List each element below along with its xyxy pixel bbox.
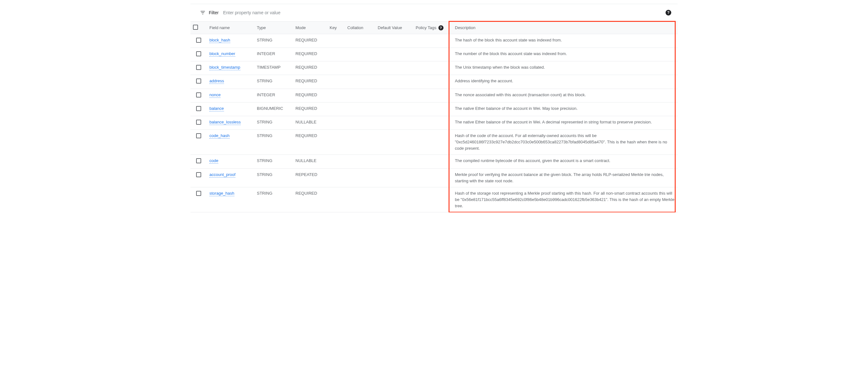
field-name-link[interactable]: block_hash xyxy=(209,38,230,43)
row-checkbox[interactable] xyxy=(196,158,201,163)
row-checkbox-cell xyxy=(190,34,207,48)
row-checkbox[interactable] xyxy=(196,65,201,70)
field-name-link[interactable]: account_proof xyxy=(209,172,235,178)
cell-policy-tags xyxy=(413,187,452,212)
help-icon[interactable]: ? xyxy=(438,25,443,30)
field-name-link[interactable]: code_hash xyxy=(209,133,230,139)
cell-key xyxy=(327,155,345,168)
cell-description: The nonce associated with this account (… xyxy=(452,89,678,102)
select-all-checkbox[interactable] xyxy=(193,25,198,30)
field-name-link[interactable]: address xyxy=(209,79,224,84)
cell-description: The Unix timestamp when the block was co… xyxy=(452,61,678,75)
field-name-link[interactable]: block_timestamp xyxy=(209,65,240,70)
cell-description: The compiled runtime bytecode of this ac… xyxy=(452,155,678,168)
row-checkbox[interactable] xyxy=(196,133,201,138)
help-icon[interactable]: ? xyxy=(665,10,671,16)
cell-description: Address identifying the account. xyxy=(452,75,678,89)
row-checkbox-cell xyxy=(190,102,207,116)
cell-key xyxy=(327,187,345,212)
cell-description: Merkle proof for verifying the account b… xyxy=(452,168,678,187)
cell-description: Hash of the storage root representing a … xyxy=(452,187,678,212)
cell-key xyxy=(327,116,345,129)
table-row: block_numberINTEGERREQUIREDThe number of… xyxy=(190,48,678,61)
field-name-link[interactable]: nonce xyxy=(209,92,220,98)
field-name-link[interactable]: block_number xyxy=(209,51,235,57)
cell-default xyxy=(375,34,413,48)
table-row: storage_hashSTRINGREQUIREDHash of the st… xyxy=(190,187,678,212)
header-policy-tags[interactable]: Policy Tags ? xyxy=(413,22,452,34)
table-row: balanceBIGNUMERICREQUIREDThe native Ethe… xyxy=(190,102,678,116)
table-row: balance_losslessSTRINGNULLABLEThe native… xyxy=(190,116,678,129)
row-checkbox[interactable] xyxy=(196,172,201,177)
row-checkbox[interactable] xyxy=(196,92,201,97)
header-key[interactable]: Key xyxy=(327,22,345,34)
cell-collation xyxy=(345,168,375,187)
row-checkbox-cell xyxy=(190,155,207,168)
cell-type: INTEGER xyxy=(254,89,293,102)
schema-table-container: Field name Type Mode Key Collation Defau… xyxy=(190,21,678,212)
cell-key xyxy=(327,48,345,61)
cell-collation xyxy=(345,102,375,116)
cell-mode: REQUIRED xyxy=(293,89,327,102)
header-default[interactable]: Default Value xyxy=(375,22,413,34)
header-checkbox-cell xyxy=(190,22,207,34)
cell-mode: REQUIRED xyxy=(293,75,327,89)
cell-type: STRING xyxy=(254,129,293,154)
schema-table: Field name Type Mode Key Collation Defau… xyxy=(190,21,678,212)
cell-collation xyxy=(345,155,375,168)
cell-mode: REQUIRED xyxy=(293,102,327,116)
cell-description: The native Ether balance of the account … xyxy=(452,116,678,129)
cell-key xyxy=(327,61,345,75)
header-mode[interactable]: Mode xyxy=(293,22,327,34)
cell-key xyxy=(327,129,345,154)
cell-collation xyxy=(345,61,375,75)
cell-policy-tags xyxy=(413,116,452,129)
cell-key xyxy=(327,168,345,187)
header-collation[interactable]: Collation xyxy=(345,22,375,34)
cell-description: The native Ether balance of the account … xyxy=(452,102,678,116)
row-checkbox-cell xyxy=(190,187,207,212)
cell-collation xyxy=(345,75,375,89)
cell-type: STRING xyxy=(254,34,293,48)
cell-policy-tags xyxy=(413,155,452,168)
field-name-link[interactable]: storage_hash xyxy=(209,191,235,196)
row-checkbox[interactable] xyxy=(196,120,201,125)
row-checkbox[interactable] xyxy=(196,191,201,196)
row-checkbox[interactable] xyxy=(196,79,201,84)
cell-key xyxy=(327,75,345,89)
filter-input[interactable] xyxy=(223,10,349,15)
cell-mode: REQUIRED xyxy=(293,48,327,61)
cell-mode: REQUIRED xyxy=(293,61,327,75)
table-row: code_hashSTRINGREQUIREDHash of the code … xyxy=(190,129,678,154)
filter-bar: Filter ? xyxy=(190,4,678,21)
row-checkbox-cell xyxy=(190,89,207,102)
cell-default xyxy=(375,116,413,129)
cell-collation xyxy=(345,48,375,61)
cell-default xyxy=(375,89,413,102)
header-type[interactable]: Type xyxy=(254,22,293,34)
table-row: block_hashSTRINGREQUIREDThe hash of the … xyxy=(190,34,678,48)
field-name-link[interactable]: code xyxy=(209,158,218,164)
cell-default xyxy=(375,168,413,187)
header-field-name[interactable]: Field name xyxy=(207,22,254,34)
row-checkbox[interactable] xyxy=(196,38,201,43)
cell-collation xyxy=(345,116,375,129)
row-checkbox[interactable] xyxy=(196,51,201,56)
row-checkbox-cell xyxy=(190,61,207,75)
field-name-link[interactable]: balance_lossless xyxy=(209,120,241,125)
cell-type: BIGNUMERIC xyxy=(254,102,293,116)
cell-key xyxy=(327,34,345,48)
field-name-link[interactable]: balance xyxy=(209,106,224,111)
cell-default xyxy=(375,129,413,154)
cell-description: Hash of the code of the account. For all… xyxy=(452,129,678,154)
cell-description: The number of the block this account sta… xyxy=(452,48,678,61)
cell-collation xyxy=(345,34,375,48)
header-description[interactable]: Description xyxy=(452,22,678,34)
cell-policy-tags xyxy=(413,34,452,48)
row-checkbox[interactable] xyxy=(196,106,201,111)
cell-default xyxy=(375,187,413,212)
table-row: nonceINTEGERREQUIREDThe nonce associated… xyxy=(190,89,678,102)
cell-default xyxy=(375,102,413,116)
cell-collation xyxy=(345,89,375,102)
table-row: codeSTRINGNULLABLEThe compiled runtime b… xyxy=(190,155,678,168)
